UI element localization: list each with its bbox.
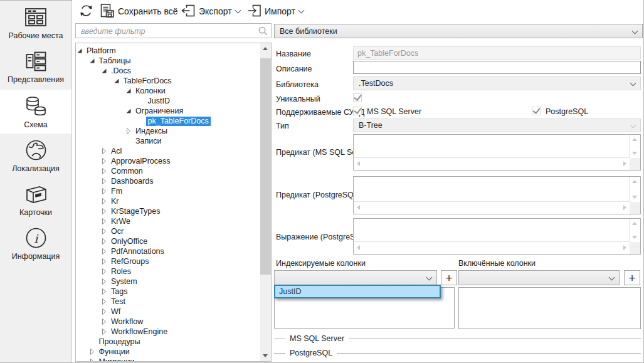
predicate-mssql-textarea[interactable]: [353, 134, 641, 171]
import-button[interactable]: Импорт: [245, 0, 306, 23]
tree-item-Dashboards[interactable]: Dashboards: [76, 176, 260, 186]
tree-item-Kr[interactable]: Kr: [76, 196, 260, 206]
expander-collapsed-icon[interactable]: [101, 188, 107, 194]
expander-collapsed-icon[interactable]: [89, 359, 95, 361]
scroll-right-icon[interactable]: [623, 245, 626, 250]
scroll-up-icon[interactable]: [632, 222, 637, 225]
tree-item-ApprovalProcess[interactable]: ApprovalProcess: [76, 156, 260, 166]
tree-item-Platform[interactable]: Platform: [76, 46, 260, 56]
tree-item-Таблицы[interactable]: Таблицы: [76, 56, 260, 66]
predicate-pg-textarea[interactable]: [353, 176, 641, 214]
expander-collapsed-icon[interactable]: [101, 308, 107, 315]
scrollbar-thumb[interactable]: [260, 58, 271, 275]
tree-item-KrWe[interactable]: KrWe: [76, 216, 260, 226]
expander-expanded-icon[interactable]: [125, 108, 132, 114]
expander-expanded-icon[interactable]: [113, 78, 120, 84]
tree-item-Workflow[interactable]: Workflow: [76, 317, 260, 327]
sidebar-item-schema[interactable]: Схема: [0, 90, 71, 134]
type-combobox[interactable]: B-Tree: [353, 118, 641, 132]
sidebar-item-workplaces[interactable]: Рабочие места: [0, 1, 71, 45]
sidebar-item-box[interactable]: Карточки: [0, 177, 71, 221]
tree-item-System[interactable]: System: [76, 276, 260, 287]
sidebar-item-views[interactable]: Представления: [0, 45, 71, 88]
search-icon[interactable]: [258, 26, 268, 38]
scroll-up-icon[interactable]: [632, 180, 637, 183]
indexed-column-item-justid[interactable]: JustID: [274, 285, 441, 298]
expander-collapsed-icon[interactable]: [125, 128, 132, 134]
add-indexed-column-button[interactable]: +: [441, 270, 457, 285]
expander-collapsed-icon[interactable]: [101, 238, 107, 245]
expander-expanded-icon[interactable]: [101, 68, 107, 74]
expander-collapsed-icon[interactable]: [101, 228, 107, 234]
tree-item-Tags[interactable]: Tags: [76, 287, 260, 297]
save-all-button[interactable]: Сохранить всё: [97, 0, 181, 23]
scroll-down-icon[interactable]: [632, 196, 637, 199]
tree-item-Acl[interactable]: Acl: [76, 146, 260, 156]
h-scrollbar[interactable]: [354, 242, 630, 254]
expander-expanded-icon[interactable]: [77, 48, 83, 54]
tree-scrollbar[interactable]: [260, 43, 271, 361]
expander-collapsed-icon[interactable]: [89, 349, 95, 355]
tree-item-Ocr[interactable]: Ocr: [76, 226, 260, 236]
tree-item-Записи[interactable]: Записи: [76, 136, 260, 146]
expander-collapsed-icon[interactable]: [101, 148, 107, 154]
scroll-down-icon[interactable]: [263, 354, 268, 357]
sidebar-item-globe[interactable]: Локализация: [0, 134, 71, 177]
tree-item-Процедуры[interactable]: Процедуры: [76, 337, 260, 347]
tree-item-TableForDocs[interactable]: TableForDocs: [76, 76, 260, 86]
refresh-button[interactable]: [77, 0, 95, 23]
expander-collapsed-icon[interactable]: [101, 178, 107, 184]
tree-item-RefGroups[interactable]: RefGroups: [76, 256, 260, 266]
tree-item-Fm[interactable]: Fm: [76, 186, 260, 196]
tree-item-Wf[interactable]: Wf: [76, 307, 260, 317]
tree-item-Common[interactable]: Common: [76, 166, 260, 176]
v-scrollbar[interactable]: [630, 219, 640, 242]
filter-input[interactable]: [80, 24, 256, 38]
v-scrollbar[interactable]: [630, 177, 640, 202]
text-area[interactable]: [354, 135, 630, 158]
tree-item-Колонки[interactable]: Колонки: [76, 86, 260, 96]
library-filter-combobox[interactable]: Все библиотеки: [274, 24, 643, 38]
tree-item-pk_TableForDocs[interactable]: pk_TableForDocs: [76, 116, 260, 126]
export-button[interactable]: Экспорт: [179, 0, 243, 23]
tree-item-Roles[interactable]: Roles: [76, 266, 260, 276]
expander-collapsed-icon[interactable]: [101, 198, 107, 204]
tree-item-OnlyOffice[interactable]: OnlyOffice: [76, 236, 260, 246]
tree-item-JustID[interactable]: JustID: [76, 96, 260, 106]
scroll-right-icon[interactable]: [623, 161, 626, 166]
tree-item-Индексы[interactable]: Индексы: [76, 126, 260, 136]
included-columns-combobox[interactable]: [458, 270, 620, 285]
scroll-left-icon[interactable]: [357, 161, 360, 166]
tree-item-Функции[interactable]: Функции: [76, 347, 260, 357]
description-input[interactable]: [353, 61, 641, 74]
scroll-left-icon[interactable]: [357, 205, 360, 210]
included-columns-list[interactable]: [458, 287, 641, 329]
expander-collapsed-icon[interactable]: [101, 168, 107, 174]
expander-collapsed-icon[interactable]: [101, 318, 107, 325]
scroll-up-icon[interactable]: [632, 138, 637, 141]
scroll-down-icon[interactable]: [632, 236, 637, 239]
tree-item-Test[interactable]: Test: [76, 297, 260, 307]
tree-item-KrStageTypes[interactable]: KrStageTypes: [76, 206, 260, 216]
expander-collapsed-icon[interactable]: [101, 329, 107, 335]
tree-item-Миграции[interactable]: Миграции: [76, 357, 260, 361]
expander-collapsed-icon[interactable]: [101, 248, 107, 255]
expander-collapsed-icon[interactable]: [101, 288, 107, 295]
h-scrollbar[interactable]: [354, 202, 630, 214]
scroll-left-icon[interactable]: [357, 245, 360, 250]
tree-item-.Docs[interactable]: .Docs: [76, 66, 260, 76]
expander-collapsed-icon[interactable]: [101, 158, 107, 164]
expander-collapsed-icon[interactable]: [101, 278, 107, 285]
scroll-up-icon[interactable]: [263, 47, 268, 50]
tree-item-Ограничения[interactable]: Ограничения: [76, 106, 260, 116]
sidebar-item-info[interactable]: iИнформация: [0, 221, 71, 265]
expander-collapsed-icon[interactable]: [101, 218, 107, 224]
tree-item-PdfAnnotations[interactable]: PdfAnnotations: [76, 246, 260, 256]
text-area[interactable]: [354, 177, 630, 202]
v-scrollbar[interactable]: [630, 135, 640, 158]
library-combobox[interactable]: .TestDocs: [353, 76, 641, 90]
scroll-right-icon[interactable]: [623, 205, 626, 210]
expander-collapsed-icon[interactable]: [101, 268, 107, 275]
expander-expanded-icon[interactable]: [89, 58, 95, 64]
scroll-down-icon[interactable]: [632, 152, 637, 155]
